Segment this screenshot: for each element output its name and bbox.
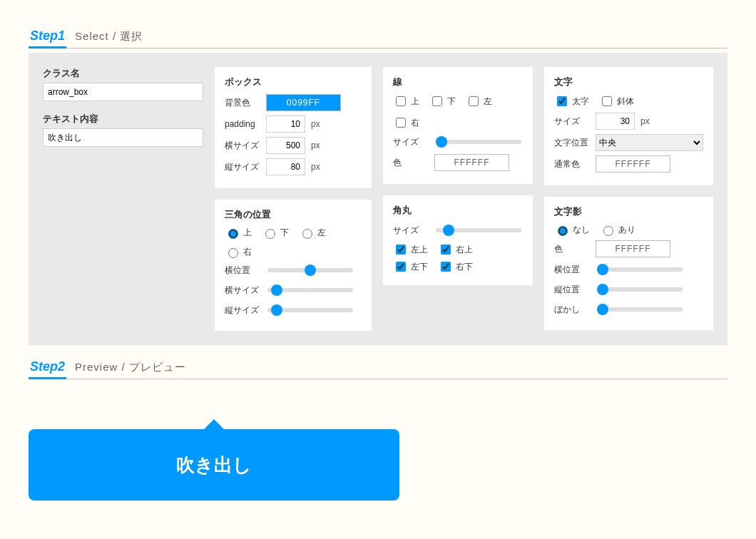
triangle-hpos-slider[interactable]: [267, 268, 353, 272]
shadow-card: 文字影 なし あり 色 FFFFFF 横位置 縦位置: [544, 197, 713, 330]
box-padding-label: padding: [225, 119, 260, 129]
box-width-input[interactable]: [266, 137, 305, 154]
line-size-slider[interactable]: [436, 140, 521, 144]
shadow-blur-slider[interactable]: [597, 307, 683, 312]
shadow-vpos-label: 縦位置: [554, 284, 590, 296]
text-color-swatch[interactable]: FFFFFF: [596, 155, 670, 173]
triangle-vsize-slider[interactable]: [267, 308, 353, 312]
triangle-hsize-label: 横サイズ: [225, 284, 260, 297]
step1-subtitle: Select / 選択: [75, 30, 143, 43]
shadow-yes-radio[interactable]: あり: [600, 224, 635, 236]
step2-tab: Step2: [29, 359, 66, 379]
radius-card: 角丸 サイズ 左上 右上 左下 右下: [383, 195, 533, 285]
step2-header: Step2 Preview / プレビュー: [29, 359, 727, 379]
preview-text: 吹き出し: [176, 453, 252, 478]
text-color-label: 通常色: [554, 158, 590, 170]
step1-tab: Step1: [29, 29, 66, 48]
class-name-label: クラス名: [43, 67, 203, 80]
text-align-label: 文字位置: [554, 137, 590, 149]
shadow-none-radio[interactable]: なし: [554, 224, 590, 236]
text-align-select[interactable]: 中央: [596, 134, 703, 151]
line-right-check[interactable]: 右: [393, 115, 419, 130]
radius-bl-check[interactable]: 左下: [393, 260, 428, 274]
radius-tl-check[interactable]: 左上: [393, 242, 428, 257]
radius-br-check[interactable]: 右下: [438, 260, 473, 274]
class-name-input[interactable]: [43, 83, 203, 101]
box-height-input[interactable]: [266, 158, 305, 175]
text-content-label: テキスト内容: [43, 113, 203, 125]
line-color-swatch[interactable]: FFFFFF: [434, 154, 509, 171]
box-card: ボックス 背景色 0099FF padding px 横サイズ px 縦サイズ: [215, 67, 372, 188]
text-italic-check[interactable]: 斜体: [599, 94, 634, 108]
box-height-label: 縦サイズ: [225, 161, 260, 173]
triangle-hsize-slider[interactable]: [267, 288, 353, 292]
triangle-pos-bottom[interactable]: 下: [262, 227, 289, 239]
line-color-label: 色: [393, 157, 429, 169]
class-name-group: クラス名: [43, 67, 203, 101]
triangle-hpos-label: 横位置: [225, 265, 260, 277]
text-title: 文字: [554, 76, 703, 88]
text-card: 文字 太字 斜体 サイズ px 文字位置 中央 通常色: [544, 67, 713, 185]
text-content-input[interactable]: [43, 128, 203, 147]
box-bg-label: 背景色: [225, 97, 260, 109]
line-top-check[interactable]: 上: [393, 94, 419, 108]
triangle-card: 三角の位置 上 下 左 右 横位置 横サイズ 縦サイズ: [215, 200, 372, 331]
box-title: ボックス: [225, 76, 362, 88]
preview-zone: 吹き出し: [29, 379, 727, 515]
radius-tr-check[interactable]: 右上: [438, 242, 473, 257]
triangle-pos-left[interactable]: 左: [299, 227, 326, 239]
shadow-hpos-slider[interactable]: [597, 267, 683, 272]
radius-size-slider[interactable]: [436, 228, 521, 232]
text-size-label: サイズ: [554, 115, 590, 128]
settings-panel: クラス名 テキスト内容 ボックス 背景色 0099FF padding px: [29, 53, 727, 345]
text-size-input[interactable]: [596, 113, 635, 130]
text-bold-check[interactable]: 太字: [554, 94, 589, 108]
line-title: 線: [393, 76, 523, 88]
preview-arrow-box: 吹き出し: [29, 429, 399, 500]
line-size-label: サイズ: [393, 136, 429, 148]
radius-title: 角丸: [393, 204, 523, 217]
box-bg-swatch[interactable]: 0099FF: [266, 94, 341, 111]
shadow-color-label: 色: [554, 243, 590, 255]
step1-header: Step1 Select / 選択: [29, 29, 727, 48]
shadow-color-swatch[interactable]: FFFFFF: [596, 240, 670, 257]
triangle-title: 三角の位置: [225, 208, 362, 221]
step2-subtitle: Preview / プレビュー: [75, 361, 186, 374]
shadow-title: 文字影: [554, 205, 703, 218]
line-left-check[interactable]: 左: [466, 94, 492, 108]
shadow-vpos-slider[interactable]: [597, 287, 683, 292]
shadow-hpos-label: 横位置: [554, 264, 590, 276]
triangle-vsize-label: 縦サイズ: [225, 304, 260, 317]
triangle-pos-radios: 上 下 左 右: [225, 227, 362, 258]
triangle-pos-right[interactable]: 右: [225, 246, 252, 258]
text-content-group: テキスト内容: [43, 113, 203, 147]
box-width-label: 横サイズ: [225, 140, 260, 152]
triangle-pos-top[interactable]: 上: [225, 227, 252, 239]
shadow-blur-label: ぼかし: [554, 304, 590, 316]
line-card: 線 上 下 左 右 サイズ 色 FFFFFF: [383, 67, 533, 184]
box-padding-input[interactable]: [266, 115, 305, 133]
line-bottom-check[interactable]: 下: [429, 94, 456, 108]
radius-size-label: サイズ: [393, 225, 429, 237]
